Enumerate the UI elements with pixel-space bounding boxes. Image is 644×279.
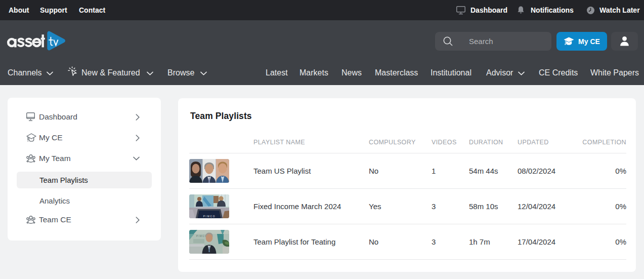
svg-text:PIMCO: PIMCO — [203, 215, 216, 218]
